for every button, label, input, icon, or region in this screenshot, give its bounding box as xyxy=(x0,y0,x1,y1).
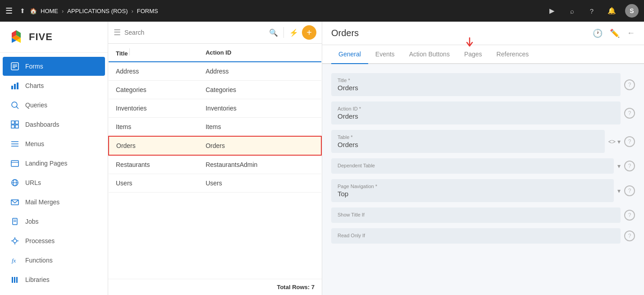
topbar-icons: ▶ ⌕ ? 🔔 S xyxy=(546,4,639,18)
help-icon-read_only_if[interactable]: ? xyxy=(624,230,635,241)
detail-tabs: General Events Action Buttons Pages Refe… xyxy=(322,45,644,64)
sidebar-item-landing-pages[interactable]: Landing Pages xyxy=(3,154,105,173)
row-title: Users xyxy=(109,174,198,193)
sidebar-item-jobs[interactable]: Jobs xyxy=(3,212,105,231)
sidebar-item-forms[interactable]: Forms xyxy=(3,57,105,76)
mail-merges-label: Mail Merges xyxy=(25,198,59,206)
table-row[interactable]: UsersUsers xyxy=(109,174,321,193)
table-row[interactable]: InventoriesInventories xyxy=(109,99,321,118)
filter-icon[interactable]: ☰ xyxy=(114,28,121,37)
dropdown-icon[interactable]: ▾ xyxy=(617,187,621,194)
tab-events[interactable]: Events xyxy=(368,45,402,64)
field-dependent_table[interactable]: Dependent Table xyxy=(331,158,614,174)
back-icon[interactable]: ← xyxy=(627,28,635,38)
tab-references[interactable]: References xyxy=(489,45,536,64)
row-title: Address xyxy=(109,62,198,81)
help-icon-page_navigation[interactable]: ? xyxy=(624,185,635,196)
sidebar-item-charts[interactable]: Charts xyxy=(3,76,105,95)
tab-action-buttons[interactable]: Action Buttons xyxy=(402,45,457,64)
row-title: Categories xyxy=(109,81,198,99)
table-row[interactable]: CategoriesCategories xyxy=(109,81,321,99)
search-input[interactable] xyxy=(124,29,265,36)
tab-general[interactable]: General xyxy=(331,45,368,64)
field-value-page_navigation: Top xyxy=(338,190,607,198)
history-icon[interactable]: 🕐 xyxy=(593,28,603,38)
field-actions-table: <>▾ xyxy=(608,138,621,145)
mail-merges-icon xyxy=(10,197,20,207)
help-icon-show_title_if[interactable]: ? xyxy=(624,210,635,221)
col-divider xyxy=(129,48,130,55)
table-row[interactable]: AddressAddress xyxy=(109,62,321,81)
field-show_title_if[interactable]: Show Title If xyxy=(331,207,621,223)
sidebar-item-mail-merges[interactable]: Mail Merges xyxy=(3,193,105,212)
row-action-id: Categories xyxy=(198,81,321,99)
sidebar-item-urls[interactable]: URLs xyxy=(3,173,105,192)
jobs-icon xyxy=(10,217,20,226)
svg-rect-33 xyxy=(14,277,15,283)
svg-text:fx: fx xyxy=(12,257,16,264)
breadcrumb-forms[interactable]: FORMS xyxy=(137,8,158,14)
breadcrumb: 🏠 HOME › APPLICATIONS (ROS) › FORMS xyxy=(30,8,158,14)
table-row[interactable]: ItemsItems xyxy=(109,118,321,137)
sidebar-item-functions[interactable]: fx Functions xyxy=(3,251,105,270)
tab-pages[interactable]: Pages xyxy=(457,45,489,64)
svg-rect-34 xyxy=(16,277,18,283)
sidebar-item-processes[interactable]: Processes xyxy=(3,231,105,250)
play-icon[interactable]: ▶ xyxy=(546,5,558,17)
help-icon-action_id[interactable]: ? xyxy=(624,108,635,119)
dropdown-icon[interactable]: ▾ xyxy=(617,138,621,145)
field-group-title: Title * Orders ? xyxy=(331,73,635,96)
field-title[interactable]: Title * Orders xyxy=(331,73,621,96)
field-group-page_navigation: Page Navigation * Top ▾ ? xyxy=(331,179,635,202)
dropdown-icon[interactable]: ▾ xyxy=(617,162,621,170)
sidebar-item-queries[interactable]: Queries xyxy=(3,96,105,115)
add-button[interactable]: + xyxy=(302,25,316,40)
functions-icon: fx xyxy=(10,255,20,265)
help-icon-table[interactable]: ? xyxy=(624,136,635,147)
field-action_id[interactable]: Action ID * Orders xyxy=(331,101,621,124)
row-title: Orders xyxy=(109,136,198,155)
detail-panel: Orders 🕐 ✏️ ← General Events Action Butt… xyxy=(322,22,644,295)
table-row[interactable]: OrdersOrders xyxy=(109,136,321,155)
svg-rect-11 xyxy=(15,121,18,124)
help-icon-title[interactable]: ? xyxy=(624,79,635,90)
landing-pages-label: Landing Pages xyxy=(25,160,67,167)
row-action-id: Inventories xyxy=(198,99,321,118)
svg-rect-17 xyxy=(11,161,18,166)
breadcrumb-applications[interactable]: APPLICATIONS (ROS) xyxy=(67,8,128,14)
sidebar-item-dashboards[interactable]: Dashboards xyxy=(3,115,105,134)
bolt-icon[interactable]: ⚡ xyxy=(289,28,298,37)
forms-icon xyxy=(10,61,20,71)
sidebar-item-libraries[interactable]: Libraries xyxy=(3,270,105,289)
field-page_navigation[interactable]: Page Navigation * Top xyxy=(331,179,614,202)
search-bar xyxy=(124,29,265,36)
help-icon-dependent_table[interactable]: ? xyxy=(624,161,635,171)
search-icon[interactable]: ⌕ xyxy=(566,5,578,17)
charts-icon xyxy=(10,81,20,91)
menu-icon[interactable]: ☰ xyxy=(5,6,13,16)
avatar[interactable]: S xyxy=(625,4,639,18)
field-group-dependent_table: Dependent Table ▾ ? xyxy=(331,158,635,174)
edit-icon[interactable]: ✏️ xyxy=(610,28,620,38)
menus-label: Menus xyxy=(25,140,44,148)
topbar: ☰ ⬆ 🏠 HOME › APPLICATIONS (ROS) › FORMS … xyxy=(0,0,644,22)
field-table[interactable]: Table * Orders xyxy=(331,130,605,153)
svg-rect-7 xyxy=(17,83,18,89)
dashboards-label: Dashboards xyxy=(25,121,59,128)
up-icon[interactable]: ⬆ xyxy=(20,7,25,14)
table-row[interactable]: RestaurantsRestaurantsAdmin xyxy=(109,155,321,174)
libraries-icon xyxy=(10,275,20,285)
code-icon[interactable]: <> xyxy=(608,138,616,145)
field-label-show_title_if: Show Title If xyxy=(338,212,614,217)
breadcrumb-sep-1: › xyxy=(62,8,64,14)
notification-icon[interactable]: 🔔 xyxy=(605,5,618,17)
functions-label: Functions xyxy=(25,257,53,264)
search-icon[interactable]: 🔍 xyxy=(269,28,278,37)
svg-rect-13 xyxy=(15,125,18,128)
menus-icon xyxy=(10,139,20,149)
help-icon[interactable]: ? xyxy=(585,5,598,17)
field-read_only_if[interactable]: Read Only If xyxy=(331,228,621,244)
sidebar-item-databases[interactable]: Databases xyxy=(3,290,105,295)
breadcrumb-home[interactable]: HOME xyxy=(41,8,58,14)
sidebar-item-menus[interactable]: Menus xyxy=(3,134,105,153)
